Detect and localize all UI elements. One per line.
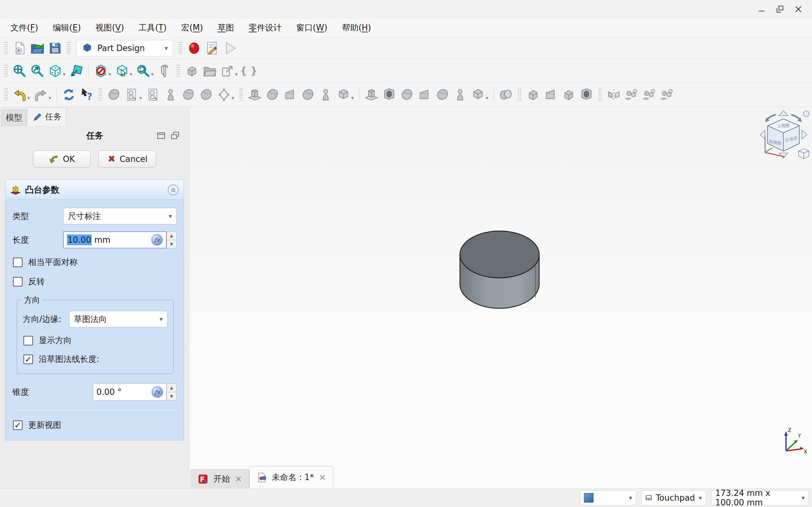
restore-button[interactable] xyxy=(771,2,789,16)
taper-spinbox[interactable]: 0.00 ° ƒx ▲ ▼ xyxy=(93,383,177,400)
clipping-plane-dropdown[interactable]: ▾ xyxy=(108,65,113,77)
pocket-button[interactable] xyxy=(362,86,380,104)
toolbar-grip[interactable] xyxy=(239,88,243,102)
tab-model[interactable]: 模型 xyxy=(1,109,27,126)
additive-helix-button[interactable] xyxy=(317,86,335,104)
menu-item-macro[interactable]: 宏(M) xyxy=(174,18,210,37)
undo-button[interactable] xyxy=(11,86,29,104)
menu-item-window[interactable]: 窗口(W) xyxy=(289,18,335,37)
menu-item-sketch[interactable]: 草图 xyxy=(210,18,241,37)
create-datum-plane-dropdown[interactable]: ▾ xyxy=(232,89,236,101)
expression-editor-icon[interactable]: ƒx xyxy=(151,234,163,245)
menu-item-file[interactable]: 文件(F) xyxy=(3,18,45,37)
minimize-button[interactable] xyxy=(752,2,771,16)
navigation-cube[interactable]: 上视图 前视图 右视图 xyxy=(756,108,811,164)
collapse-section-button[interactable] xyxy=(167,184,179,196)
additive-primitive-button[interactable] xyxy=(335,86,352,104)
expression-editor-icon[interactable]: ƒx xyxy=(152,386,163,398)
make-link-button[interactable] xyxy=(218,62,236,80)
length-spin-up-button[interactable]: ▲ xyxy=(166,231,177,240)
additive-pipe-button[interactable] xyxy=(299,86,317,104)
save-document-button[interactable] xyxy=(46,39,64,57)
menu-item-view[interactable]: 视图(V) xyxy=(88,18,131,37)
isometric-view-dropdown[interactable]: ▾ xyxy=(63,65,67,77)
panel-minimize-button[interactable] xyxy=(154,129,168,142)
toolbar-grip[interactable] xyxy=(518,88,521,102)
toolbar-grip[interactable] xyxy=(176,64,180,78)
measure-button[interactable] xyxy=(156,62,173,80)
box-element-selection-button[interactable] xyxy=(113,62,131,80)
additive-loft-button[interactable] xyxy=(281,86,299,104)
refresh-button[interactable] xyxy=(60,86,78,104)
create-body-button[interactable] xyxy=(105,86,123,104)
show-direction-checkbox[interactable] xyxy=(23,336,33,345)
3d-viewport[interactable]: 上视图 前视图 右视图 xyxy=(189,107,812,488)
menu-item-partdesign[interactable]: 零件设计 xyxy=(241,18,289,37)
subtractive-primitive-button[interactable] xyxy=(469,86,487,104)
ok-button[interactable]: OK xyxy=(33,151,91,168)
create-clone-button[interactable] xyxy=(197,86,215,104)
isometric-view-button[interactable] xyxy=(46,62,64,80)
tab-start-page[interactable]: F 开始 ✕ xyxy=(190,469,249,488)
align-to-selection-button[interactable] xyxy=(67,62,85,80)
redo-button[interactable] xyxy=(32,86,50,104)
macro-execute-button[interactable] xyxy=(221,39,239,57)
linear-pattern-button[interactable] xyxy=(623,86,641,104)
taper-spin-up-button[interactable]: ▲ xyxy=(166,383,177,392)
chamfer-button[interactable] xyxy=(542,86,560,104)
tab-tasks[interactable]: 任务 xyxy=(27,107,66,126)
create-datum-button[interactable] xyxy=(162,86,180,104)
tab-document-close-icon[interactable]: ✕ xyxy=(319,473,326,482)
undo-dropdown[interactable]: ▾ xyxy=(27,89,32,101)
toolbar-grip[interactable] xyxy=(4,41,8,55)
update-view-checkbox[interactable] xyxy=(13,420,22,430)
create-part-button[interactable] xyxy=(183,62,201,80)
redo-dropdown[interactable]: ▾ xyxy=(49,89,53,101)
polar-pattern-button[interactable] xyxy=(641,86,658,104)
groove-button[interactable] xyxy=(398,86,416,104)
whats-this-button[interactable]: ? xyxy=(78,86,96,104)
dimension-combo[interactable]: 173.24 mm x 100.00 mm ▾ xyxy=(711,490,809,505)
status-swatch-combo[interactable]: ▾ xyxy=(580,490,636,505)
multi-transform-button[interactable] xyxy=(658,86,676,104)
open-document-button[interactable] xyxy=(29,39,46,57)
along-normal-checkbox[interactable] xyxy=(23,354,33,364)
subtractive-pipe-button[interactable] xyxy=(434,86,451,104)
make-link-dropdown[interactable]: ▾ xyxy=(235,65,240,77)
expressions-button[interactable]: { } xyxy=(240,62,258,80)
fillet-button[interactable] xyxy=(524,86,542,104)
new-document-button[interactable] xyxy=(11,39,29,57)
toolbar-grip[interactable] xyxy=(179,41,183,55)
create-sketch-button[interactable] xyxy=(123,86,141,104)
toolbar-grip[interactable] xyxy=(4,64,8,78)
view-refresh-zoom-button[interactable] xyxy=(135,62,152,80)
edit-sketch-button[interactable] xyxy=(144,86,162,104)
mirrored-button[interactable] xyxy=(605,86,623,104)
boolean-operation-button[interactable] xyxy=(497,86,515,104)
additive-primitive-dropdown[interactable]: ▾ xyxy=(351,89,356,101)
revolution-button[interactable] xyxy=(264,86,281,104)
reversed-checkbox[interactable] xyxy=(13,277,22,286)
create-shapebinder-button[interactable] xyxy=(180,86,197,104)
subtractive-primitive-dropdown[interactable]: ▾ xyxy=(486,89,490,101)
create-sketch-dropdown[interactable]: ▾ xyxy=(139,89,144,101)
menu-item-edit[interactable]: 编辑(E) xyxy=(45,18,88,37)
navigation-style-combo[interactable]: Touchpad ▾ xyxy=(641,490,706,505)
thickness-button[interactable] xyxy=(577,86,595,104)
pad-button[interactable] xyxy=(246,86,264,104)
macro-edit-button[interactable] xyxy=(203,39,221,57)
cancel-button[interactable]: Cancel xyxy=(98,151,156,168)
menu-item-tools[interactable]: 工具(T) xyxy=(131,18,174,37)
create-group-button[interactable] xyxy=(201,62,218,80)
type-combobox[interactable]: 尺寸标注 ▾ xyxy=(63,208,177,224)
toolbar-grip[interactable] xyxy=(98,88,102,102)
pad-solid[interactable] xyxy=(458,230,541,315)
tab-document[interactable]: 未命名 : 1* ✕ xyxy=(249,466,334,488)
tab-start-close-icon[interactable]: ✕ xyxy=(235,474,242,484)
macro-record-button[interactable] xyxy=(185,39,203,57)
length-spin-down-button[interactable]: ▼ xyxy=(166,240,177,249)
direction-combobox[interactable]: 草图法向 ▾ xyxy=(69,311,167,327)
fit-all-button[interactable] xyxy=(11,62,29,80)
workbench-selector[interactable]: Part Design▾ xyxy=(76,40,173,56)
draft-button[interactable] xyxy=(560,86,577,104)
